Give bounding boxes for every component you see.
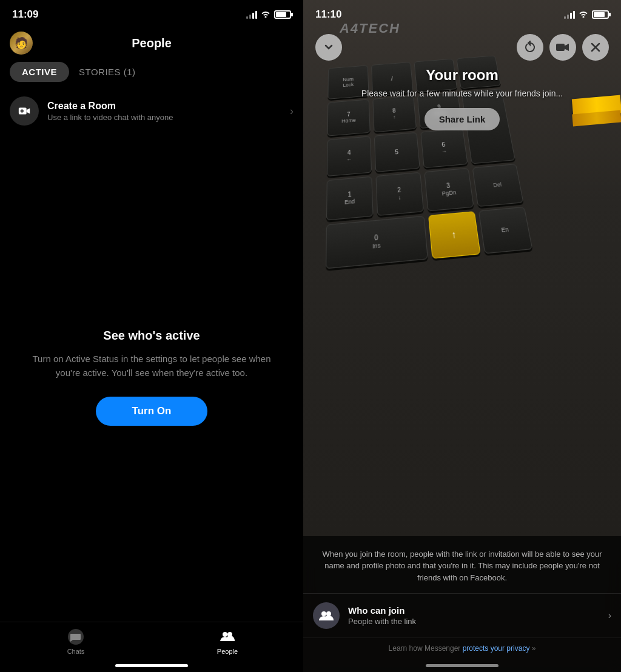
left-header: 🧑 People	[0, 27, 303, 62]
status-icons-right	[564, 9, 609, 20]
privacy-notice: When you join the room, people with the …	[303, 536, 621, 594]
page-title: People	[132, 36, 172, 50]
svg-point-4	[223, 632, 227, 637]
who-can-join-value: People with the link	[348, 617, 416, 626]
tabs-row: ACTIVE STORIES (1)	[0, 62, 303, 82]
room-title: Your room	[303, 67, 621, 84]
tab-active[interactable]: ACTIVE	[10, 62, 69, 82]
wifi-icon-right	[579, 9, 588, 20]
active-status-description: Turn on Active Status in the settings to…	[19, 352, 284, 380]
wifi-icon	[261, 10, 270, 19]
camera-flip-button[interactable]	[517, 34, 543, 61]
svg-rect-7	[556, 44, 565, 51]
right-time: 11:10	[315, 8, 341, 21]
svg-point-9	[326, 611, 331, 616]
signal-icon	[246, 10, 257, 19]
home-indicator-left	[115, 664, 188, 667]
share-link-button[interactable]: Share Link	[425, 108, 500, 130]
privacy-text: When you join the room, people with the …	[315, 548, 609, 584]
chevron-right-icon: ›	[290, 105, 294, 118]
create-room-text: Create a Room Use a link to video chat w…	[47, 101, 173, 122]
create-room-subtitle: Use a link to video chat with anyone	[47, 113, 173, 122]
join-icon	[313, 602, 340, 629]
signal-icon-right	[564, 10, 575, 19]
battery-icon-right	[592, 10, 609, 19]
join-chevron-icon: ›	[608, 610, 611, 621]
create-room-title: Create a Room	[47, 101, 173, 112]
close-button[interactable]	[582, 34, 609, 61]
bottom-overlay: When you join the room, people with the …	[303, 536, 621, 673]
create-room-row[interactable]: Create a Room Use a link to video chat w…	[0, 89, 303, 133]
learn-more-text: Learn how Messenger	[389, 644, 463, 653]
chevron-down-button[interactable]	[315, 34, 342, 61]
who-can-join-title: Who can join	[348, 605, 416, 616]
battery-icon	[274, 10, 291, 19]
join-text: Who can join People with the link	[348, 605, 416, 626]
learn-more-suffix: »	[529, 644, 535, 653]
video-camera-button[interactable]	[549, 34, 576, 61]
privacy-link[interactable]: protects your privacy	[463, 644, 530, 653]
room-subtitle: Please wait for a few minutes while your…	[303, 89, 621, 98]
nav-label-people: People	[217, 648, 238, 655]
nav-label-chats: Chats	[67, 648, 85, 655]
avatar[interactable]: 🧑	[10, 32, 33, 55]
left-time: 11:09	[12, 8, 38, 21]
active-status-section: See who's active Turn on Active Status i…	[0, 133, 303, 622]
nav-item-people[interactable]: People	[152, 628, 303, 655]
status-bar-left: 11:09	[0, 0, 303, 27]
room-info: Your room Please wait for a few minutes …	[303, 67, 621, 130]
svg-point-8	[321, 611, 326, 616]
status-bar-right: 11:10	[303, 0, 621, 27]
turn-on-button[interactable]: Turn On	[96, 397, 208, 426]
active-status-heading: See who's active	[103, 329, 200, 343]
who-can-join-row[interactable]: Who can join People with the link ›	[303, 594, 621, 638]
top-controls	[303, 27, 621, 68]
tab-stories[interactable]: STORIES (1)	[79, 67, 136, 77]
ctrl-btn-group	[517, 34, 609, 61]
create-room-icon	[10, 96, 39, 126]
nav-item-chats[interactable]: Chats	[0, 628, 152, 655]
home-indicator-right	[426, 664, 498, 667]
status-icons-left	[246, 10, 291, 19]
